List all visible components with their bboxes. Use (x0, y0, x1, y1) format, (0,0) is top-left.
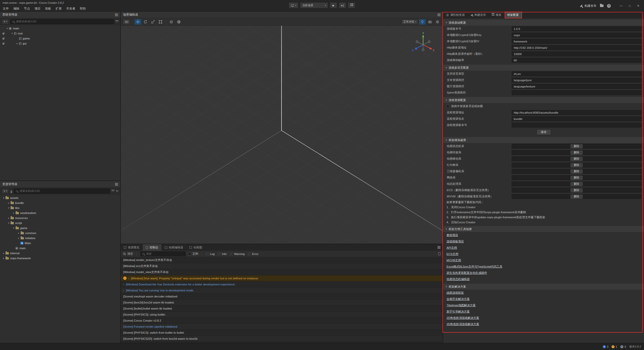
filter-icon[interactable] (111, 190, 114, 190)
expand-arrow[interactable]: ▸ (7, 202, 10, 204)
expand-arrow[interactable]: ▾ (7, 207, 10, 209)
doc-link[interactable]: 战棋游戏框架 (447, 291, 464, 295)
menu-item[interactable]: 帮助 (77, 6, 88, 12)
field-input[interactable]: 10000 (512, 52, 641, 56)
refresh-icon[interactable]: ↻ (116, 189, 118, 193)
checkbox[interactable]: ✓ (206, 252, 209, 255)
expand-arrow[interactable]: ▾ (7, 222, 10, 224)
field-input[interactable]: http://192.168.0.150/main/ (512, 45, 641, 50)
menu-item[interactable]: 编辑 (11, 6, 22, 12)
doc-link[interactable]: 2D角色扮演游戏解决方案 (447, 316, 479, 320)
delete-button[interactable]: 删除 (571, 176, 583, 180)
panel-menu-icon[interactable] (115, 184, 118, 185)
field-input[interactable]: language/json (512, 78, 641, 82)
expand-arrow[interactable]: ▸ (17, 237, 20, 239)
log-row[interactable]: [Scene] Cocos Creator v3.8.2 (121, 318, 443, 324)
doc-link[interactable]: API文档 (447, 246, 457, 250)
hierarchy-search-input[interactable]: 搜索名称或UUID (10, 19, 114, 24)
delete-button[interactable]: 删除 (571, 188, 583, 192)
asset-node[interactable]: ▸internal (0, 251, 120, 256)
menu-item[interactable]: 面板 (43, 6, 53, 12)
delete-button[interactable]: 删除 (571, 195, 583, 199)
device-select[interactable]: ▾ (289, 2, 298, 8)
assets-search-input[interactable]: 搜索名称或UUID (14, 189, 110, 194)
minimize-button[interactable]: — (617, 2, 625, 10)
save-button[interactable]: 保存 (537, 129, 551, 135)
filter-icon[interactable] (115, 20, 118, 21)
warning-count[interactable]: !1 (612, 345, 617, 348)
console-tab[interactable]: 动画图 (186, 244, 206, 251)
scale-tool-button[interactable] (150, 19, 156, 25)
rect-tool-button[interactable] (157, 19, 164, 25)
play-button[interactable]: ▶ (330, 2, 337, 8)
delete-button[interactable]: 删除 (571, 157, 583, 161)
expand-arrow[interactable]: › (123, 283, 124, 286)
delete-button[interactable]: 删除 (571, 144, 583, 148)
move-tool-button[interactable] (135, 19, 141, 25)
log-row[interactable]: [Window] model_view文件夹不存在 (121, 269, 443, 275)
menu-item[interactable]: 项目 (32, 6, 43, 12)
expand-arrow[interactable]: ▾ (12, 227, 15, 229)
lighting-toggle-button[interactable] (419, 19, 426, 25)
log-row[interactable]: ›[Window] Download the Vue Devtools exte… (121, 281, 443, 287)
scene-settings-button[interactable] (434, 19, 441, 25)
hierarchy-node[interactable]: ▾main (0, 26, 120, 31)
open-project-folder-icon[interactable] (600, 5, 603, 7)
expand-arrow[interactable]: ▸ (12, 212, 15, 214)
asset-node[interactable]: ▾game (0, 226, 120, 231)
log-filter-log[interactable]: ✓Log (206, 252, 215, 255)
log-row[interactable]: [Scene] [box2d]:box2d wasm lib loaded. (121, 299, 443, 305)
scene-select[interactable]: 当前场景 ▾ (300, 2, 328, 8)
asset-node[interactable]: ▾script (0, 221, 120, 226)
expand-arrow[interactable]: › (123, 289, 124, 292)
view-mode-select[interactable]: 正常浏览 ▾ (401, 19, 418, 25)
create-node-button[interactable]: +▾ (2, 19, 9, 24)
delete-button[interactable]: 删除 (571, 169, 583, 173)
scene-viewport[interactable]: Y X Z (121, 26, 443, 244)
expand-arrow[interactable]: ▸ (2, 252, 5, 254)
delete-button[interactable]: 删除 (571, 163, 583, 167)
axis-gizmo[interactable]: Y X Z (411, 32, 435, 56)
layout-button[interactable] (348, 2, 355, 8)
regex-toggle[interactable]: 正则 (188, 252, 198, 256)
expand-arrow[interactable]: › (128, 277, 129, 280)
menu-item[interactable]: 扩展 (53, 6, 64, 12)
doc-link[interactable]: Excel格式转Json文件与TypeScript代码工具 (447, 265, 502, 269)
doc-link[interactable]: Tiledmap地图解决方案 (447, 303, 476, 307)
log-filter-error[interactable]: ✓Error (248, 252, 259, 255)
section-header[interactable]: ▾框架文档工具链接 (443, 226, 644, 232)
help-icon[interactable]: ? (607, 4, 611, 8)
hierarchy-node[interactable]: game (0, 36, 120, 41)
panel-menu-icon[interactable] (437, 247, 440, 248)
console-search-input[interactable]: 搜索 (140, 251, 186, 256)
step-button[interactable]: ▶ (339, 2, 346, 8)
build-publish-button[interactable]: 构建发布 (580, 4, 596, 8)
rotate-tool-button[interactable] (142, 19, 149, 25)
doc-link[interactable]: ECS文档 (447, 252, 458, 256)
checkbox[interactable]: ✓ (248, 252, 251, 255)
field-input[interactable]: http://localhost:8083/assets/bundle (512, 110, 641, 115)
doc-link[interactable]: MVVM文档 (447, 258, 461, 262)
inspector-tab[interactable]: 构建发布 (468, 12, 489, 18)
log-row[interactable]: [Scene] [PHYSICS2D]: switch from box2d-w… (121, 336, 443, 342)
console-log-list[interactable]: [Window] render_texture文件夹不存在[Window] ec… (121, 257, 443, 343)
inspector-tab[interactable]: 属性检查器 (443, 12, 468, 18)
log-row[interactable]: [Scene] meshopt wasm decoder initialized (121, 293, 443, 299)
log-filter-warning[interactable]: ✓Warning (230, 252, 245, 255)
section-header[interactable]: ▾框架模块裁剪 (443, 137, 644, 143)
asset-node[interactable]: main (0, 246, 120, 251)
log-row[interactable]: [Scene] [PHYSICS]: using builtin. (121, 312, 443, 318)
field-input[interactable]: 1.0.5 (512, 26, 641, 31)
field-input[interactable]: bundle (512, 116, 641, 121)
clear-console-button[interactable]: 清空 (123, 252, 133, 256)
asset-node[interactable]: ▸initialize (0, 236, 120, 241)
expand-arrow[interactable]: ▸ (16, 42, 19, 45)
log-filter-info[interactable]: ✓Info (218, 252, 227, 255)
expand-arrow[interactable]: ▸ (17, 232, 20, 234)
inspector-tab[interactable]: 服务 (489, 12, 505, 18)
section-header[interactable]: ▾游戏多语言配置 (443, 65, 644, 71)
field-input[interactable]: language/texture (512, 84, 641, 89)
field-input[interactable]: 60 (512, 58, 641, 63)
asset-node[interactable]: ▸common (0, 231, 120, 236)
field-input[interactable]: oops (512, 33, 641, 37)
